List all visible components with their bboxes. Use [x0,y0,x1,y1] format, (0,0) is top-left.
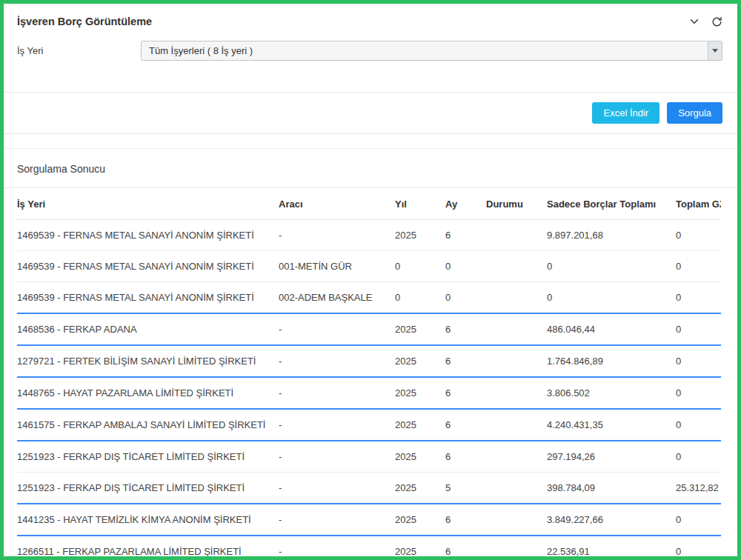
cell-yil: 2025 [395,536,445,560]
table-row: 1469539 - FERNAS METAL SANAYİ ANONİM ŞİR… [17,220,721,251]
isyeri-select-value: Tüm İşyerleri ( 8 İş yeri ) [142,45,253,56]
cell-borclar: 297.194,26 [547,441,676,473]
isyeri-select[interactable]: Tüm İşyerleri ( 8 İş yeri ) [141,41,722,61]
table-row: 1469539 - FERNAS METAL SANAYİ ANONİM ŞİR… [17,282,721,314]
cell-borclar: 1.764.846,89 [547,345,676,377]
collapse-chevron-icon[interactable] [689,16,700,27]
isveren-borc-page: { "header": { "title": "İşveren Borç Gör… [0,0,741,560]
cell-ay: 5 [445,473,486,504]
cell-borclar: 0 [547,282,676,314]
table-row: 1251923 - FERKAP DIŞ TİCARET LİMİTED ŞİR… [17,473,721,504]
cell-durumu [486,409,547,441]
cell-isyeri: 1266511 - FERKAP PAZARLAMA LİMİTED ŞİRKE… [17,536,279,560]
cell-gz: 0 [676,220,721,251]
cell-araci: - [279,441,395,473]
cell-yil: 2025 [395,377,445,409]
cell-durumu [486,441,547,473]
cell-araci: - [279,377,395,409]
isyeri-label: İş Yeri [17,45,141,56]
cell-gz: 0 [676,282,721,314]
form-spacer [4,61,737,92]
cell-yil: 2025 [395,409,445,441]
col-header-isyeri: İş Yeri [17,188,279,220]
col-header-gz: Toplam GZ [676,188,721,220]
cell-ay: 6 [445,441,486,473]
cell-gz: 0 [676,251,721,282]
cell-borclar: 3.849.227,66 [547,504,676,536]
cell-durumu [486,220,547,251]
sorgula-button[interactable]: Sorgula [667,102,722,124]
table-row: 1266511 - FERKAP PAZARLAMA LİMİTED ŞİRKE… [17,536,721,560]
cell-araci: 001-METİN GÜR [279,251,395,282]
col-header-araci: Aracı [279,188,395,220]
col-header-yil: Yıl [395,188,445,220]
cell-borclar: 4.240.431,35 [547,409,676,441]
cell-gz: 0 [676,504,721,536]
cell-araci: - [279,473,395,504]
results-title: Sorgulama Sonucu [4,149,737,188]
cell-isyeri: 1251923 - FERKAP DIŞ TİCARET LİMİTED ŞİR… [17,473,279,504]
cell-gz: 0 [676,313,721,345]
cell-ay: 6 [445,504,486,536]
cell-araci: - [279,220,395,251]
cell-durumu [486,536,547,560]
cell-isyeri: 1448765 - HAYAT PAZARLAMA LİMİTED ŞİRKET… [17,377,279,409]
cell-gz: 0 [676,377,721,409]
isyeri-form-row: İş Yeri Tüm İşyerleri ( 8 İş yeri ) [4,35,737,61]
panel-gap [4,134,737,149]
cell-durumu [486,504,547,536]
cell-araci: - [279,345,395,377]
excel-export-button[interactable]: Excel İndir [592,102,659,124]
cell-borclar: 3.806.502 [547,377,676,409]
cell-durumu [486,345,547,377]
table-row: 1468536 - FERKAP ADANA - 2025 6 486.046,… [17,313,721,345]
cell-durumu [486,473,547,504]
cell-ay: 6 [445,313,486,345]
col-header-durumu: Durumu [486,188,547,220]
cell-gz: 0 [676,409,721,441]
cell-yil: 0 [395,251,445,282]
cell-yil: 2025 [395,345,445,377]
results-table: İş Yeri Aracı Yıl Ay Durumu Sadece Borçl… [17,188,721,560]
cell-isyeri: 1469539 - FERNAS METAL SANAYİ ANONİM ŞİR… [17,282,279,314]
cell-borclar: 0 [547,251,676,282]
cell-gz: 25.312,82 [676,473,721,504]
cell-yil: 2025 [395,220,445,251]
panel-header-icons [689,16,722,27]
cell-ay: 0 [445,251,486,282]
cell-araci: - [279,313,395,345]
cell-durumu [486,282,547,314]
cell-ay: 6 [445,377,486,409]
results-table-body: 1469539 - FERNAS METAL SANAYİ ANONİM ŞİR… [17,220,721,560]
cell-ay: 6 [445,409,486,441]
cell-isyeri: 1441235 - HAYAT TEMİZLİK KİMYA ANONİM Şİ… [17,504,279,536]
col-header-borclar: Sadece Borçlar Toplamı [547,188,676,220]
cell-borclar: 9.897.201,68 [547,220,676,251]
results-table-header-row: İş Yeri Aracı Yıl Ay Durumu Sadece Borçl… [17,188,721,220]
cell-ay: 0 [445,282,486,314]
cell-araci: - [279,409,395,441]
cell-araci: 002-ADEM BAŞKALE [279,282,395,314]
refresh-icon[interactable] [711,16,722,27]
cell-ay: 6 [445,220,486,251]
cell-ay: 6 [445,536,486,560]
cell-yil: 2025 [395,504,445,536]
cell-isyeri: 1468536 - FERKAP ADANA [17,313,279,345]
table-row: 1441235 - HAYAT TEMİZLİK KİMYA ANONİM Şİ… [17,504,721,536]
cell-yil: 0 [395,282,445,314]
cell-gz: 0 [676,345,721,377]
cell-durumu [486,313,547,345]
cell-yil: 2025 [395,313,445,345]
select-arrow-box [708,41,722,60]
cell-araci: - [279,504,395,536]
page-title: İşveren Borç Görüntüleme [17,16,152,27]
cell-durumu [486,377,547,409]
cell-yil: 2025 [395,473,445,504]
query-panel-header: İşveren Borç Görüntüleme [4,4,737,35]
cell-borclar: 22.536,91 [547,536,676,560]
chevron-down-icon [712,49,718,53]
table-row: 1279721 - FERTEK BİLİŞİM SANAYİ LİMİTED … [17,345,721,377]
actions-row: Excel İndir Sorgula [4,92,737,134]
cell-isyeri: 1251923 - FERKAP DIŞ TİCARET LİMİTED ŞİR… [17,441,279,473]
cell-gz: 0 [676,441,721,473]
